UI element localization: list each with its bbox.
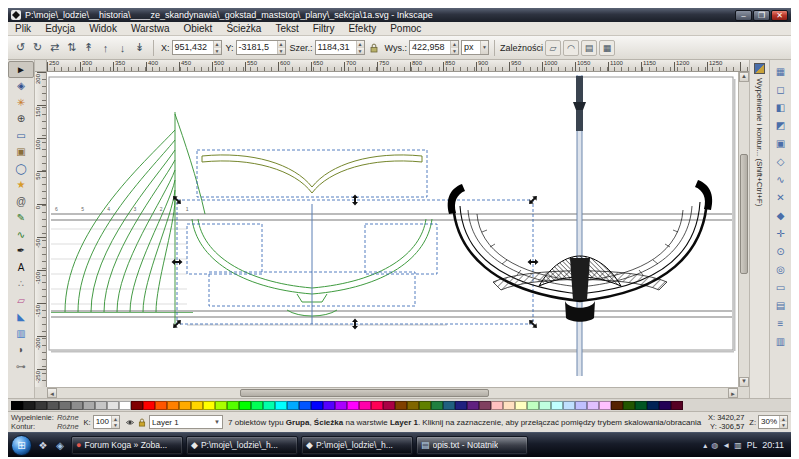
tray-network-icon[interactable]: ◍ [711, 441, 718, 450]
spiral-tool[interactable]: @ [8, 193, 34, 210]
menu-item[interactable]: Efekty [341, 22, 383, 35]
bezier-tool[interactable]: ∿ [8, 226, 34, 243]
horizontal-scrollbar[interactable]: ◄ ► [47, 387, 738, 398]
width-field[interactable]: 1184,31▲▼ [315, 40, 365, 55]
palette-swatch[interactable] [659, 401, 671, 410]
menu-item[interactable]: Filtry [306, 22, 342, 35]
raise-button[interactable]: ↑ [97, 39, 114, 56]
snap-paths-toggle[interactable]: ∿ [770, 170, 791, 188]
tweak-tool[interactable]: ✳ [8, 94, 34, 111]
vertical-ruler[interactable]: 200150100500-50-100-150-200-250 [35, 72, 47, 387]
task-inkscape-2[interactable]: ◆P:\moje\_lodzie\_h... [301, 436, 413, 455]
drawing-canvas[interactable]: 6 5 4 3 2 1 [47, 72, 738, 387]
opacity-field[interactable]: 100▲▼ [93, 415, 120, 429]
snap-text-baseline-toggle[interactable]: ▥ [770, 332, 791, 350]
snap-bbox-toggle[interactable]: ◻ [770, 80, 791, 98]
y-field[interactable]: -3181,5▲▼ [236, 40, 286, 55]
palette-swatch[interactable] [119, 401, 131, 410]
zoom-tool[interactable]: ⊕ [8, 111, 34, 128]
maximize-button[interactable]: ❐ [753, 10, 770, 21]
ellipse-tool[interactable]: ◯ [8, 160, 34, 177]
text-tool[interactable]: A [8, 259, 34, 276]
palette-swatch[interactable] [383, 401, 395, 410]
task-browser-forum[interactable]: ●Forum Koga » Zoba... [71, 436, 183, 455]
snap-rotation-center-toggle[interactable]: ◎ [770, 260, 791, 278]
palette-swatch[interactable] [551, 401, 563, 410]
menu-item[interactable]: Ścieżka [219, 22, 268, 35]
quick-launch-2[interactable]: ◈ [52, 437, 68, 453]
palette-swatch[interactable] [311, 401, 323, 410]
vertical-scroll-thumb[interactable] [740, 154, 748, 274]
dropper-tool[interactable]: ◗ [8, 342, 34, 359]
keyboard-language-indicator[interactable]: PL [747, 440, 757, 450]
calligraphy-tool[interactable]: ✒ [8, 243, 34, 260]
palette-swatch[interactable] [227, 401, 239, 410]
menu-item[interactable]: Obiekt [176, 22, 219, 35]
bucket-tool[interactable]: ◣ [8, 309, 34, 326]
raise-to-top-button[interactable]: ↟ [80, 39, 97, 56]
palette-swatch[interactable] [575, 401, 587, 410]
height-field[interactable]: 422,958▲▼ [409, 40, 459, 55]
box3d-tool[interactable]: ▣ [8, 144, 34, 161]
palette-swatch[interactable] [407, 401, 419, 410]
palette-swatch[interactable] [479, 401, 491, 410]
palette-swatch[interactable] [23, 401, 35, 410]
scale-corners-toggle[interactable]: ◠ [563, 40, 579, 56]
palette-swatch[interactable] [371, 401, 383, 410]
palette-swatch[interactable] [83, 401, 95, 410]
palette-swatch[interactable] [395, 401, 407, 410]
snap-enable-toggle[interactable]: ▦ [770, 62, 791, 80]
task-notepad[interactable]: ▤opis.txt - Notatnik [416, 436, 528, 455]
palette-swatch[interactable] [287, 401, 299, 410]
flip-vertical-button[interactable]: ⇅ [63, 39, 80, 56]
palette-swatch[interactable] [563, 401, 575, 410]
horizontal-ruler[interactable]: 2503003504004505005506006507007508008509… [47, 60, 749, 72]
palette-swatch[interactable] [515, 401, 527, 410]
snap-cusp-nodes-toggle[interactable]: ◆ [770, 206, 791, 224]
x-spinner[interactable]: ▲▼ [213, 41, 221, 54]
palette-swatch[interactable] [299, 401, 311, 410]
start-button[interactable]: ⊞ [11, 435, 32, 456]
task-inkscape-1[interactable]: ◆P:\moje\_lodzie\_h... [186, 436, 298, 455]
x-field[interactable]: 951,432▲▼ [172, 40, 222, 55]
snap-bbox-edges-toggle[interactable]: ◧ [770, 98, 791, 116]
palette-swatch[interactable] [215, 401, 227, 410]
gradient-tool[interactable]: ▥ [8, 325, 34, 342]
snap-intersections-toggle[interactable]: ✕ [770, 188, 791, 206]
lower-to-bottom-button[interactable]: ↡ [131, 39, 148, 56]
vertical-scrollbar[interactable]: ▲ ▼ [738, 72, 749, 387]
node-tool[interactable]: ◈ [8, 78, 34, 95]
tray-volume-icon[interactable]: ◄ [722, 441, 730, 450]
titlebar[interactable]: P:\moje\_lodzie\__historia\____ze_skandy… [8, 8, 791, 22]
lower-button[interactable]: ↓ [114, 39, 131, 56]
snap-object-centers-toggle[interactable]: ⊙ [770, 242, 791, 260]
horizontal-scroll-thumb[interactable] [240, 389, 489, 397]
palette-swatch[interactable] [167, 401, 179, 410]
move-patterns-toggle[interactable]: ▦ [599, 40, 615, 56]
palette-swatch[interactable] [179, 401, 191, 410]
quick-launch-1[interactable]: ❖ [35, 437, 51, 453]
y-spinner[interactable]: ▲▼ [277, 41, 285, 54]
close-button[interactable]: ✕ [771, 10, 788, 21]
palette-swatch[interactable] [599, 401, 611, 410]
palette-swatch[interactable] [95, 401, 107, 410]
minimize-button[interactable]: – [735, 10, 752, 21]
palette-swatch[interactable] [59, 401, 71, 410]
palette-swatch[interactable] [107, 401, 119, 410]
connector-tool[interactable]: ⊶ [8, 358, 34, 375]
snap-nodes-toggle[interactable]: ◇ [770, 152, 791, 170]
palette-swatch[interactable] [587, 401, 599, 410]
palette-swatch[interactable] [251, 401, 263, 410]
rotate-cw-button[interactable]: ↻ [29, 39, 46, 56]
tray-updates-icon[interactable]: ▥ [734, 441, 742, 450]
palette-swatch[interactable] [539, 401, 551, 410]
menu-item[interactable]: Warstwa [124, 22, 177, 35]
unit-dropdown[interactable]: px▼ [461, 40, 489, 55]
palette-swatch[interactable] [191, 401, 203, 410]
palette-swatch[interactable] [671, 401, 683, 410]
palette-swatch[interactable] [647, 401, 659, 410]
palette-swatch[interactable] [203, 401, 215, 410]
palette-swatch[interactable] [11, 401, 23, 410]
palette-swatch[interactable] [71, 401, 83, 410]
palette-swatch[interactable] [611, 401, 623, 410]
